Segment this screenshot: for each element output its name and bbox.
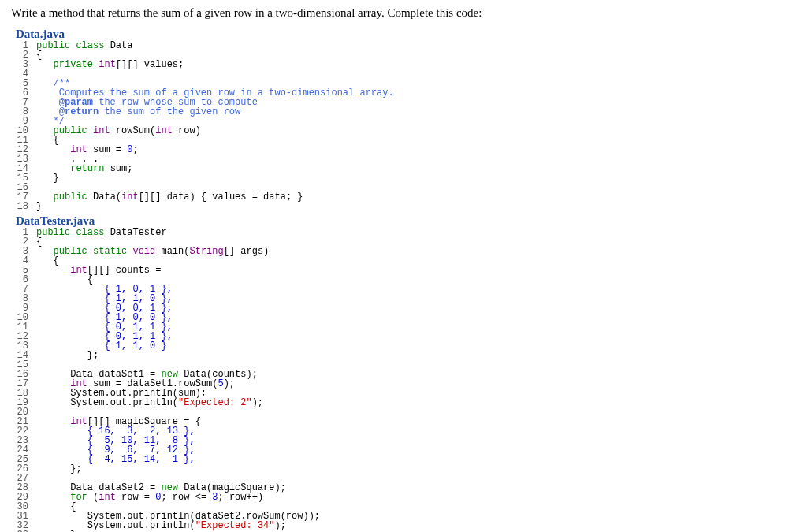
file2-source: public class DataTester { public static … — [36, 228, 320, 532]
file1-code: 1 2 3 4 5 6 7 8 9 10 11 12 13 14 15 16 1… — [16, 41, 796, 211]
file1-source: public class Data { private int[][] valu… — [36, 41, 394, 211]
file2-name: DataTester.java — [16, 214, 796, 228]
file2-gutter: 1 2 3 4 5 6 7 8 9 10 11 12 13 14 15 16 1… — [16, 228, 36, 532]
instruction-text: Write a method that returns the sum of a… — [11, 6, 796, 20]
file2-code: 1 2 3 4 5 6 7 8 9 10 11 12 13 14 15 16 1… — [16, 228, 796, 532]
file1-gutter: 1 2 3 4 5 6 7 8 9 10 11 12 13 14 15 16 1… — [16, 41, 36, 211]
file1-name: Data.java — [16, 28, 796, 41]
